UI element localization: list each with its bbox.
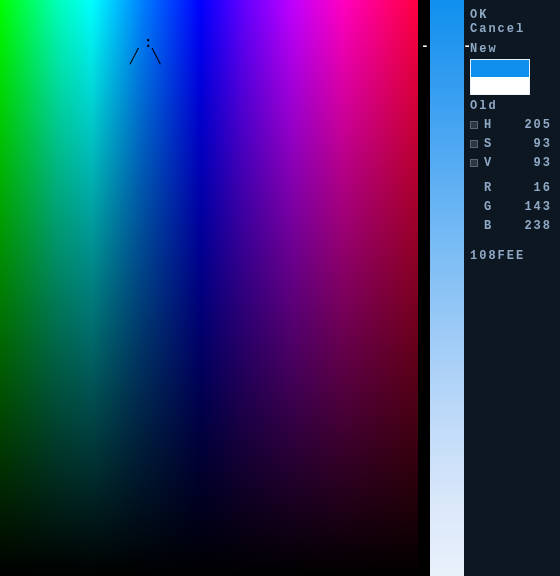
- red-label: R: [484, 181, 500, 195]
- color-field-cursor: : ╱ ╲: [138, 40, 158, 60]
- old-label: Old: [470, 99, 554, 113]
- divider: [418, 0, 430, 576]
- sat-row[interactable]: S 93: [470, 137, 554, 151]
- red-value[interactable]: 16: [500, 181, 554, 195]
- swatch-old: [471, 77, 529, 94]
- radio-icon[interactable]: [470, 159, 478, 167]
- sat-value[interactable]: 93: [500, 137, 554, 151]
- red-row[interactable]: R 16: [470, 181, 554, 195]
- radio-icon[interactable]: [470, 121, 478, 129]
- sat-label: S: [484, 137, 500, 151]
- slider-tick-right: -: [463, 40, 473, 53]
- cancel-button[interactable]: Cancel: [470, 22, 554, 36]
- info-panel: OK Cancel New Old H 205 S 93 V 93 R 16 G…: [464, 0, 560, 576]
- blue-row[interactable]: B 238: [470, 219, 554, 233]
- swatch-new: [471, 60, 529, 77]
- color-field[interactable]: : ╱ ╲: [0, 0, 418, 576]
- val-value[interactable]: 93: [500, 156, 554, 170]
- hue-value[interactable]: 205: [500, 118, 554, 132]
- color-swatch: [470, 59, 530, 95]
- val-row[interactable]: V 93: [470, 156, 554, 170]
- val-label: V: [484, 156, 500, 170]
- green-value[interactable]: 143: [500, 200, 554, 214]
- ok-button[interactable]: OK: [470, 8, 554, 22]
- radio-icon[interactable]: [470, 140, 478, 148]
- hex-value[interactable]: 108FEE: [470, 249, 554, 263]
- green-row[interactable]: G 143: [470, 200, 554, 214]
- blue-value[interactable]: 238: [500, 219, 554, 233]
- blue-label: B: [484, 219, 500, 233]
- hue-label: H: [484, 118, 500, 132]
- green-label: G: [484, 200, 500, 214]
- saturation-slider[interactable]: - -: [430, 0, 464, 576]
- new-label: New: [470, 42, 554, 56]
- slider-tick-left: -: [421, 40, 431, 53]
- hue-row[interactable]: H 205: [470, 118, 554, 132]
